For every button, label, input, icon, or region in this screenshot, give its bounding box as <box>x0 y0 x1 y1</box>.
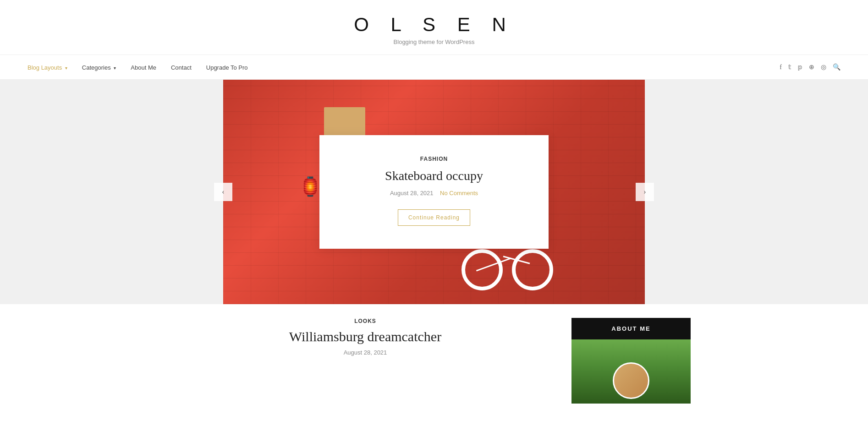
bike-frame <box>471 247 544 270</box>
slider-category: Fashion <box>342 156 526 162</box>
nav-links: Blog Layouts ▾ Categories ▾ About Me Con… <box>27 63 248 71</box>
post-category: Looks <box>177 318 553 324</box>
nav-item-blog-layouts[interactable]: Blog Layouts ▾ <box>27 63 67 71</box>
social-icons: f 𝕥 𝕡 ⊕ ◎ 🔍 <box>780 63 841 71</box>
slider-post-meta: August 28, 2021 No Comments <box>342 190 526 197</box>
post-card: Looks Williamsburg dreamcatcher August 2… <box>177 318 553 356</box>
post-date: August 28, 2021 <box>344 349 387 356</box>
globe-icon[interactable]: ⊕ <box>809 63 814 71</box>
main-navigation: Blog Layouts ▾ Categories ▾ About Me Con… <box>0 55 868 80</box>
slider-post-title: Skateboard occupy <box>342 169 526 183</box>
about-me-avatar-area <box>571 339 691 404</box>
nav-link-about[interactable]: About Me <box>131 64 156 71</box>
dropdown-arrow-icon: ▾ <box>65 66 67 71</box>
rss-icon[interactable]: ◎ <box>821 63 826 71</box>
site-tagline: Blogging theme for WordPress <box>0 38 868 45</box>
slider-post-comments[interactable]: No Comments <box>440 190 478 197</box>
slider-prev-arrow[interactable]: ‹ <box>214 183 232 201</box>
nav-link-categories[interactable]: Categories ▾ <box>82 64 116 71</box>
about-me-widget: ABOUT ME <box>571 318 691 404</box>
content-wrapper: Looks Williamsburg dreamcatcher August 2… <box>159 304 709 404</box>
nav-item-contact[interactable]: Contact <box>171 63 192 71</box>
site-header: O L S E N Blogging theme for WordPress <box>0 0 868 55</box>
slider-inner: 🏮 Fashion Skateboard occupy August 28, 2… <box>223 80 645 304</box>
avatar <box>613 362 649 399</box>
facebook-icon[interactable]: f <box>780 64 782 71</box>
slider-post-date: August 28, 2021 <box>390 190 434 197</box>
continue-reading-button[interactable]: Continue Reading <box>398 209 470 226</box>
nav-link-upgrade[interactable]: Upgrade To Pro <box>206 64 248 71</box>
slider-next-arrow[interactable]: › <box>636 183 654 201</box>
site-title: O L S E N <box>0 14 868 36</box>
slider-card: Fashion Skateboard occupy August 28, 202… <box>319 135 549 249</box>
pinterest-icon[interactable]: 𝕡 <box>798 63 802 71</box>
about-me-title: ABOUT ME <box>571 318 691 339</box>
post-title: Williamsburg dreamcatcher <box>177 329 553 344</box>
dropdown-arrow-icon: ▾ <box>114 66 116 71</box>
sidebar: ABOUT ME <box>571 304 691 404</box>
hero-slider-section: 🏮 Fashion Skateboard occupy August 28, 2… <box>0 80 868 304</box>
nav-link-blog-layouts[interactable]: Blog Layouts ▾ <box>27 64 67 71</box>
slider-wrapper: 🏮 Fashion Skateboard occupy August 28, 2… <box>223 80 645 304</box>
lamp-decoration: 🏮 <box>299 176 322 197</box>
twitter-icon[interactable]: 𝕥 <box>788 63 791 71</box>
nav-item-about[interactable]: About Me <box>131 63 156 71</box>
search-icon[interactable]: 🔍 <box>833 63 841 71</box>
nav-link-contact[interactable]: Contact <box>171 64 192 71</box>
main-content: Looks Williamsburg dreamcatcher August 2… <box>177 304 553 404</box>
nav-item-upgrade[interactable]: Upgrade To Pro <box>206 63 248 71</box>
nav-item-categories[interactable]: Categories ▾ <box>82 63 116 71</box>
post-meta: August 28, 2021 <box>177 349 553 356</box>
